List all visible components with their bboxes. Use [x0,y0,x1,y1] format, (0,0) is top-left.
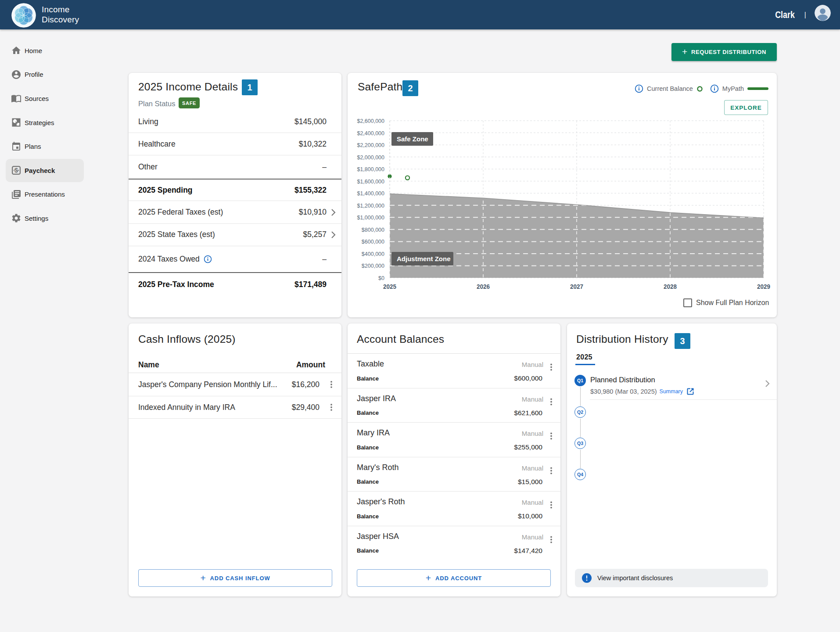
account-source: Manual [522,499,543,506]
balance-value: $15,000 [518,478,542,486]
show-full-plan-horizon-checkbox[interactable] [683,298,692,307]
y-axis-label: $400,000 [362,251,384,257]
account-source: Manual [522,361,543,368]
income-row-other: Other – [129,155,341,179]
user-divider: | [804,11,806,19]
alert-icon [582,573,592,583]
account-row: Jasper IRAManualBalance$621,600 [348,388,560,423]
kebab-menu-icon[interactable] [328,381,335,388]
account-balances-card: Account Balances TaxableManualBalance$60… [348,323,560,596]
sidebar-item-presentations[interactable]: Presentations [0,183,105,207]
profile-icon [11,69,22,80]
account-name: Mary's Roth [357,463,398,472]
quarter-q3-badge: Q3 [574,438,586,449]
info-icon[interactable] [204,255,212,263]
timeline-connector [580,387,581,406]
y-axis-label: $1,600,000 [357,179,384,185]
svg-text:$: $ [14,166,18,174]
quarter-q1-badge: Q1 [574,375,586,386]
sidebar-item-sources[interactable]: Sources [0,86,105,111]
disclosures-banner[interactable]: View important disclosures [575,569,768,587]
account-row: Jasper HSAManualBalance$147,420 [348,526,560,561]
chevron-right-icon[interactable] [765,380,770,388]
divider [590,399,777,400]
sidebar-item-label: Presentations [25,190,65,198]
kebab-menu-icon[interactable] [548,467,555,474]
kebab-menu-icon[interactable] [328,404,335,411]
sidebar-item-plans[interactable]: Plans [0,134,105,158]
income-row-taxes-owed: 2024 Taxes Owed – [129,246,341,272]
distribution-history-title: Distribution History [576,333,668,345]
plus-icon: + [682,47,688,56]
tab-2025[interactable]: 2025 [576,353,592,361]
x-axis-label: 2026 [477,283,490,290]
y-axis-label: $2,200,000 [357,142,384,148]
plus-icon: + [200,573,206,582]
account-source: Manual [522,395,543,403]
sidebar-item-label: Profile [25,71,43,78]
request-distribution-button[interactable]: + REQUEST DISTRIBUTION [671,43,777,61]
zone-label-text: Safe Zone [397,135,428,143]
sidebar-item-paycheck[interactable]: $ Paycheck [0,158,105,183]
balance-label: Balance [357,547,379,554]
x-axis-label: 2029 [757,283,770,290]
app-bar: Income Discovery Clark | [0,0,840,29]
y-axis-label: $2,400,000 [357,130,384,136]
add-account-button[interactable]: + ADD ACCOUNT [357,569,551,587]
balance-label: Balance [357,513,379,520]
column-amount: Amount [296,360,325,370]
account-name: Mary IRA [357,428,390,437]
sidebar-item-strategies[interactable]: Strategies [0,111,105,135]
cash-inflow-row: Indexed Annuity in Mary IRA $29,400 [129,396,341,419]
account-name: Taxable [357,359,384,368]
y-axis-label: $600,000 [362,239,384,245]
sidebar-item-label: Home [25,47,42,54]
y-axis-label: $800,000 [362,227,384,233]
y-axis-label: $200,000 [362,263,384,269]
balance-label: Balance [357,444,379,451]
x-axis-label: 2027 [570,283,583,290]
kebab-menu-icon[interactable] [548,363,555,371]
sidebar-item-home[interactable]: Home [0,39,105,63]
sidebar-item-label: Settings [25,215,48,222]
avatar[interactable] [815,5,831,21]
income-row-federal-taxes[interactable]: 2025 Federal Taxes (est) $10,910 [129,201,341,223]
kebab-menu-icon[interactable] [548,398,555,406]
sidebar-item-label: Paycheck [25,167,55,174]
balance-value: $10,000 [518,512,542,520]
x-axis-label: 2025 [383,283,396,290]
brand-text: Income Discovery [42,5,79,25]
x-axis-label: 2028 [664,283,677,290]
brand[interactable]: Income Discovery [11,2,79,28]
sidebar-item-label: Plans [25,143,41,150]
sidebar-item-settings[interactable]: Settings [0,206,105,230]
income-table: Living $145,000 Healthcare $10,322 Other… [129,111,341,297]
y-axis-label: $2,600,000 [357,118,384,124]
income-row-healthcare: Healthcare $10,322 [129,133,341,155]
income-details-card: 2025 Income Details 1 Plan Status SAFE L… [129,73,341,317]
account-row: Mary IRAManualBalance$255,000 [348,423,560,457]
add-cash-inflow-button[interactable]: + ADD CASH INFLOW [138,569,332,587]
balance-label: Balance [357,375,379,382]
kebab-menu-icon[interactable] [548,501,555,509]
user-name[interactable]: Clark [775,9,795,21]
income-row-state-taxes[interactable]: 2025 State Taxes (est) $5,257 [129,224,341,246]
column-name: Name [138,360,159,370]
balance-label: Balance [357,478,379,485]
income-row-spending: 2025 Spending $155,322 [129,179,341,201]
summary-link[interactable]: Summary [660,388,683,395]
quarter-q4-badge: Q4 [574,469,586,480]
y-axis-label: $2,000,000 [357,154,384,161]
plus-icon: + [426,573,431,582]
sidebar-item-profile[interactable]: Profile [0,63,105,87]
account-source: Manual [522,430,543,437]
kebab-menu-icon[interactable] [548,536,555,543]
y-axis-label: $0 [378,275,384,281]
balance-value: $621,600 [514,409,542,417]
balance-value: $600,000 [514,374,542,382]
kebab-menu-icon[interactable] [548,432,555,440]
timeline-connector [580,419,581,437]
chevron-right-icon [331,208,336,216]
cash-inflows-title: Cash Inflows (2025) [138,333,236,345]
planned-distribution-title: Planned Distribution [590,376,655,384]
